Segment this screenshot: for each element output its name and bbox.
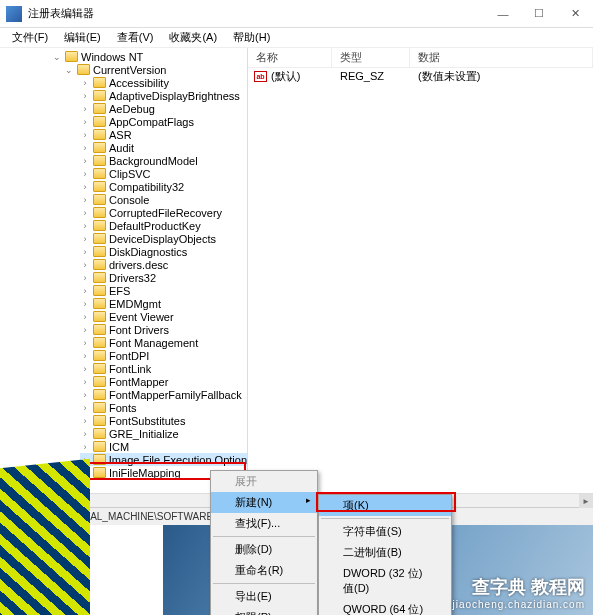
cm-rename[interactable]: 重命名(R): [211, 560, 317, 581]
expand-icon[interactable]: ›: [80, 338, 90, 348]
tree-node[interactable]: ›EFS: [80, 284, 247, 297]
tree-node[interactable]: ›FontLink: [80, 362, 247, 375]
cm-new-string[interactable]: 字符串值(S): [319, 521, 451, 542]
tree-node[interactable]: ›Audit: [80, 141, 247, 154]
tree-label: FontSubstitutes: [109, 415, 185, 427]
menu-edit[interactable]: 编辑(E): [56, 28, 109, 47]
tree-label: Font Drivers: [109, 324, 169, 336]
tree-node[interactable]: ›AeDebug: [80, 102, 247, 115]
menu-favorites[interactable]: 收藏夹(A): [161, 28, 225, 47]
cm-separator: [321, 518, 449, 519]
expand-icon[interactable]: ›: [80, 260, 90, 270]
cm-new[interactable]: 新建(N): [211, 492, 317, 513]
tree-node[interactable]: ›BackgroundModel: [80, 154, 247, 167]
expand-icon[interactable]: ›: [80, 403, 90, 413]
tree-node[interactable]: ⌄Windows NT: [52, 50, 247, 63]
expand-icon[interactable]: ›: [80, 312, 90, 322]
tree-node[interactable]: ›drivers.desc: [80, 258, 247, 271]
expand-icon[interactable]: ›: [80, 182, 90, 192]
tree-node[interactable]: ⌄CurrentVersion: [64, 63, 247, 76]
folder-icon: [93, 155, 106, 166]
expand-icon[interactable]: ›: [80, 130, 90, 140]
tree-node[interactable]: ›ASR: [80, 128, 247, 141]
tree-node[interactable]: ›AdaptiveDisplayBrightness: [80, 89, 247, 102]
cm-find[interactable]: 查找(F)...: [211, 513, 317, 534]
minimize-button[interactable]: —: [485, 0, 521, 28]
tree-node[interactable]: ›FontDPI: [80, 349, 247, 362]
folder-icon: [93, 220, 106, 231]
tree-node[interactable]: ›Console: [80, 193, 247, 206]
tree-node[interactable]: ›DiskDiagnostics: [80, 245, 247, 258]
expand-icon[interactable]: ›: [80, 299, 90, 309]
expand-icon[interactable]: ›: [80, 247, 90, 257]
menu-help[interactable]: 帮助(H): [225, 28, 278, 47]
tree-node[interactable]: ›ClipSVC: [80, 167, 247, 180]
tree-node[interactable]: ›Font Management: [80, 336, 247, 349]
tree-node[interactable]: ›Accessibility: [80, 76, 247, 89]
cm-export[interactable]: 导出(E): [211, 586, 317, 607]
close-button[interactable]: ✕: [557, 0, 593, 28]
cm-new-dword[interactable]: DWORD (32 位)值(D): [319, 563, 451, 599]
tree-node[interactable]: ›Font Drivers: [80, 323, 247, 336]
expand-icon[interactable]: ›: [80, 390, 90, 400]
expand-icon[interactable]: ›: [80, 156, 90, 166]
cm-new-binary[interactable]: 二进制值(B): [319, 542, 451, 563]
tree-node[interactable]: ›DefaultProductKey: [80, 219, 247, 232]
tree-node[interactable]: ›Drivers32: [80, 271, 247, 284]
maximize-button[interactable]: ☐: [521, 0, 557, 28]
scroll-right-icon[interactable]: ►: [579, 494, 593, 508]
cm-new-qword[interactable]: QWORD (64 位)值(Q): [319, 599, 451, 615]
expand-icon[interactable]: ›: [80, 234, 90, 244]
cm-expand[interactable]: 展开: [211, 471, 317, 492]
menu-file[interactable]: 文件(F): [4, 28, 56, 47]
expand-icon[interactable]: ›: [80, 273, 90, 283]
col-name[interactable]: 名称: [248, 48, 332, 67]
tree-node[interactable]: ›DeviceDisplayObjects: [80, 232, 247, 245]
expand-icon[interactable]: ›: [80, 364, 90, 374]
expand-icon[interactable]: ›: [80, 429, 90, 439]
expand-icon[interactable]: ›: [80, 351, 90, 361]
cm-delete[interactable]: 删除(D): [211, 539, 317, 560]
expand-icon[interactable]: ⌄: [52, 52, 62, 62]
expand-icon[interactable]: ›: [80, 286, 90, 296]
expand-icon[interactable]: ›: [80, 377, 90, 387]
tree-node[interactable]: ›FontMapper: [80, 375, 247, 388]
tree-node[interactable]: ›CorruptedFileRecovery: [80, 206, 247, 219]
tree-node[interactable]: ›FontSubstitutes: [80, 414, 247, 427]
col-data[interactable]: 数据: [410, 48, 593, 67]
expand-icon[interactable]: ›: [80, 143, 90, 153]
expand-icon[interactable]: ›: [80, 208, 90, 218]
tree-label: CorruptedFileRecovery: [109, 207, 222, 219]
menu-view[interactable]: 查看(V): [109, 28, 162, 47]
cm-permissions[interactable]: 权限(P)...: [211, 607, 317, 615]
tree-node[interactable]: ›Event Viewer: [80, 310, 247, 323]
folder-icon: [93, 129, 106, 140]
tree-node[interactable]: ›EMDMgmt: [80, 297, 247, 310]
list-row[interactable]: ab (默认) REG_SZ (数值未设置): [248, 68, 593, 84]
expand-icon[interactable]: ›: [80, 195, 90, 205]
tree-node[interactable]: ›Fonts: [80, 401, 247, 414]
cm-new-key[interactable]: 项(K): [319, 495, 451, 516]
tree-node[interactable]: ›FontMapperFamilyFallback: [80, 388, 247, 401]
tree-node[interactable]: ›GRE_Initialize: [80, 427, 247, 440]
expand-icon[interactable]: ›: [80, 91, 90, 101]
tree-node[interactable]: ›Image File Execution Option: [80, 453, 247, 466]
menu-bar: 文件(F) 编辑(E) 查看(V) 收藏夹(A) 帮助(H): [0, 28, 593, 48]
expand-icon[interactable]: ›: [80, 78, 90, 88]
expand-icon[interactable]: ›: [80, 117, 90, 127]
tree-node[interactable]: ›ICM: [80, 440, 247, 453]
expand-icon[interactable]: ›: [80, 169, 90, 179]
cm-separator: [213, 583, 315, 584]
expand-icon[interactable]: ›: [80, 221, 90, 231]
list-pane[interactable]: 名称 类型 数据 ab (默认) REG_SZ (数值未设置): [248, 48, 593, 493]
tree-pane[interactable]: ⌄Windows NT⌄CurrentVersion›Accessibility…: [0, 48, 248, 493]
expand-icon[interactable]: ›: [80, 416, 90, 426]
tree-node[interactable]: ›AppCompatFlags: [80, 115, 247, 128]
folder-icon: [93, 350, 106, 361]
tree-node[interactable]: ›Compatibility32: [80, 180, 247, 193]
expand-icon[interactable]: ›: [80, 325, 90, 335]
expand-icon[interactable]: ›: [80, 442, 90, 452]
expand-icon[interactable]: ⌄: [64, 65, 74, 75]
expand-icon[interactable]: ›: [80, 104, 90, 114]
col-type[interactable]: 类型: [332, 48, 410, 67]
